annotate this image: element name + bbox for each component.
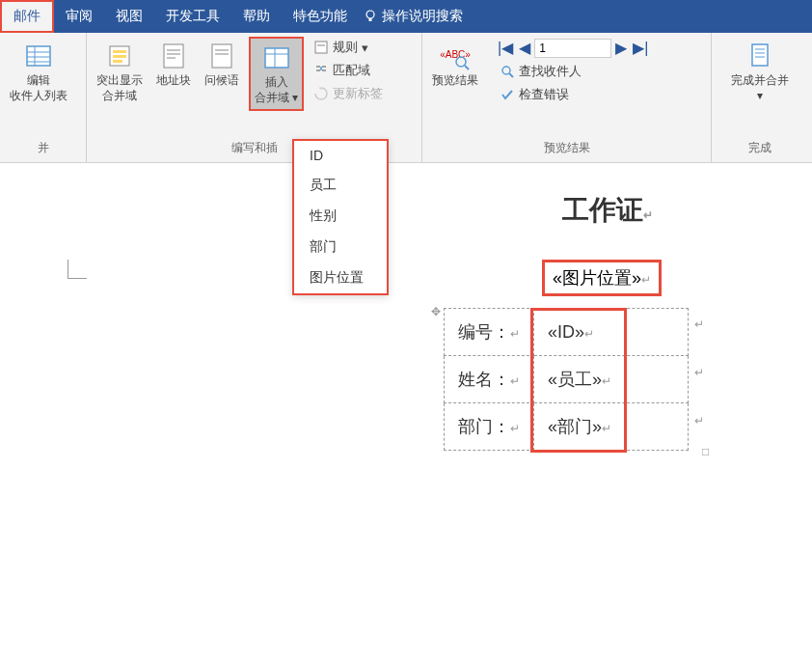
label-cell-id[interactable]: 编号：↵ — [445, 309, 534, 356]
group-label-finish: 完成 — [717, 138, 802, 158]
chevron-down-icon: ▾ — [362, 41, 368, 55]
value-cell-id[interactable]: «ID»↵ — [534, 309, 689, 356]
edit-recipients-icon — [23, 41, 54, 71]
nav-prev-button[interactable]: ◀ — [517, 37, 532, 59]
svg-rect-21 — [315, 41, 327, 53]
nav-next-button[interactable]: ▶ — [613, 37, 629, 59]
update-labels-button: 更新标签 — [310, 83, 387, 104]
dropdown-item-id[interactable]: ID — [294, 141, 387, 170]
paragraph-mark: ↵ — [641, 273, 651, 287]
svg-line-25 — [465, 66, 469, 69]
lightbulb-icon — [363, 0, 378, 33]
photo-merge-field[interactable]: «图片位置»↵ — [542, 260, 662, 296]
label-cell-name[interactable]: 姓名：↵ — [445, 356, 534, 403]
tab-special[interactable]: 特色功能 — [282, 0, 359, 33]
update-labels-icon — [313, 86, 329, 101]
rules-icon — [313, 40, 329, 55]
svg-rect-9 — [113, 55, 126, 58]
match-fields-icon — [313, 63, 329, 78]
label-cell-dept[interactable]: 部门：↵ — [445, 403, 534, 451]
highlight-merge-fields-button[interactable]: 突出显示 合并域 — [93, 37, 147, 107]
tab-mail[interactable]: 邮件 — [0, 0, 54, 33]
row-end-mark: ↵ — [694, 317, 704, 331]
greeting-label: 问候语 — [204, 73, 239, 89]
svg-rect-18 — [265, 48, 288, 68]
svg-rect-10 — [113, 60, 122, 63]
address-block-icon — [158, 41, 189, 71]
chevron-down-icon: ▾ — [757, 89, 763, 102]
tab-help[interactable]: 帮助 — [231, 0, 282, 33]
match-fields-button[interactable]: 匹配域 — [310, 60, 387, 81]
value-cell-dept[interactable]: «部门»↵ — [534, 403, 689, 451]
page-corner-mark — [68, 260, 87, 279]
svg-point-0 — [366, 11, 374, 18]
value-cell-name[interactable]: «员工»↵ — [534, 356, 689, 403]
rules-button[interactable]: 规则 ▾ — [310, 37, 387, 58]
table-move-handle[interactable]: ✥ — [431, 305, 441, 318]
chevron-down-icon: ▾ — [292, 91, 298, 104]
preview-icon: «ABC» — [440, 41, 471, 71]
finish-merge-icon — [744, 41, 775, 71]
find-recipient-button[interactable]: 查找收件人 — [496, 61, 650, 82]
dropdown-item-photo[interactable]: 图片位置 — [294, 262, 387, 293]
table-row: 姓名：↵ «员工»↵ — [445, 356, 689, 403]
check-errors-label: 检查错误 — [519, 86, 569, 103]
table-row: 部门：↵ «部门»↵ — [445, 403, 689, 451]
svg-rect-15 — [212, 44, 231, 68]
dropdown-item-employee[interactable]: 员工 — [294, 170, 387, 201]
svg-point-26 — [502, 67, 510, 74]
document-title: 工作证↵ — [415, 192, 800, 229]
finish-merge-label: 完成并合并▾ — [731, 73, 789, 103]
search-icon — [500, 64, 515, 79]
greeting-line-button[interactable]: 问候语 — [201, 37, 243, 93]
tab-devtools[interactable]: 开发工具 — [154, 0, 231, 33]
table-row: 编号：↵ «ID»↵ — [445, 309, 689, 356]
paragraph-mark: ↵ — [643, 208, 653, 222]
nav-first-button[interactable]: |◀ — [496, 37, 515, 59]
insert-merge-field-button[interactable]: 插入 合并域 ▾ — [249, 37, 304, 111]
highlight-icon — [104, 41, 135, 71]
svg-rect-8 — [113, 50, 126, 53]
preview-results-button[interactable]: «ABC» 预览结果 — [428, 37, 482, 93]
ribbon-tabs: 邮件 审阅 视图 开发工具 帮助 特色功能 操作说明搜索 — [0, 0, 812, 33]
highlight-label: 突出显示 合并域 — [96, 73, 143, 103]
row-end-mark: ↵ — [694, 366, 704, 379]
tell-me-search[interactable]: 操作说明搜索 — [382, 0, 463, 33]
edit-recipients-label: 编辑 收件人列表 — [10, 73, 68, 103]
table-resize-handle[interactable]: □ — [702, 445, 709, 458]
svg-rect-2 — [27, 46, 50, 66]
insert-merge-label: 插入 合并域 ▾ — [255, 75, 298, 105]
row-end-mark: ↵ — [694, 414, 704, 428]
match-fields-label: 匹配域 — [333, 62, 370, 79]
edit-recipients-button[interactable]: 编辑 收件人列表 — [6, 37, 71, 107]
svg-line-27 — [509, 73, 513, 77]
finish-merge-button[interactable]: 完成并合并▾ — [727, 37, 793, 107]
document-area: 工作证↵ «图片位置»↵ ✥ 编号：↵ «ID»↵ 姓名：↵ «员工»↵ 部门：… — [0, 163, 812, 662]
update-labels-label: 更新标签 — [333, 85, 383, 102]
tab-review[interactable]: 审阅 — [54, 0, 104, 33]
badge-table: 编号：↵ «ID»↵ 姓名：↵ «员工»↵ 部门：↵ «部门»↵ — [444, 308, 689, 451]
address-block-button[interactable]: 地址块 — [152, 37, 195, 93]
group-label-preview: 预览结果 — [428, 138, 705, 158]
svg-rect-1 — [369, 18, 372, 21]
svg-rect-11 — [164, 44, 183, 68]
merge-field-dropdown: ID 员工 性别 部门 图片位置 — [292, 139, 389, 295]
greeting-icon — [206, 41, 237, 71]
svg-text:«ABC»: «ABC» — [440, 49, 471, 60]
svg-rect-28 — [752, 44, 768, 66]
insert-merge-icon — [261, 42, 292, 73]
record-number-input[interactable] — [534, 39, 611, 58]
find-recipient-label: 查找收件人 — [519, 63, 582, 80]
check-errors-button[interactable]: 检查错误 — [496, 84, 650, 105]
tab-view[interactable]: 视图 — [104, 0, 154, 33]
rules-label: 规则 — [333, 39, 358, 56]
preview-label: 预览结果 — [432, 73, 478, 89]
document-page[interactable]: 工作证↵ «图片位置»↵ ✥ 编号：↵ «ID»↵ 姓名：↵ «员工»↵ 部门：… — [125, 192, 800, 229]
ribbon: 编辑 收件人列表 并 突出显示 合并域 地址块 — [0, 33, 812, 163]
check-errors-icon — [500, 87, 515, 102]
address-block-label: 地址块 — [156, 73, 191, 89]
dropdown-item-department[interactable]: 部门 — [294, 232, 387, 262]
nav-last-button[interactable]: ▶| — [631, 37, 650, 59]
group-label-recipients: 并 — [6, 138, 80, 158]
dropdown-item-gender[interactable]: 性别 — [294, 201, 387, 232]
